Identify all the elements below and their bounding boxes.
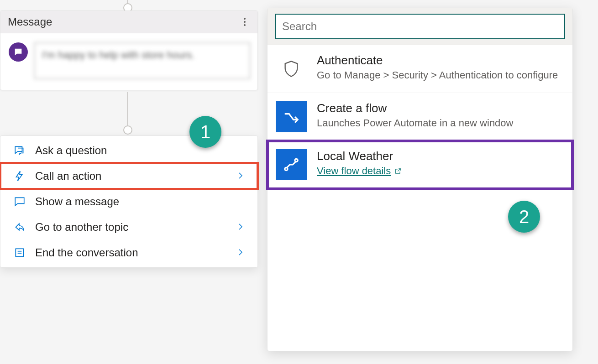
- svg-rect-0: [16, 249, 23, 256]
- chevron-right-icon: [236, 246, 245, 259]
- menu-item-show-message[interactable]: Show a message: [0, 189, 257, 214]
- action-picker-panel: Authenticate Go to Manage > Security > A…: [267, 8, 573, 351]
- flow-icon: [276, 149, 307, 180]
- action-item-create-flow[interactable]: Create a flow Launches Power Automate in…: [268, 93, 572, 141]
- menu-item-label: End the conversation: [35, 246, 227, 259]
- question-icon: [13, 145, 26, 156]
- menu-item-label: Ask a question: [35, 144, 245, 157]
- menu-item-label: Call an action: [35, 170, 227, 182]
- message-icon: [13, 196, 26, 208]
- svg-point-4: [295, 159, 298, 161]
- menu-item-end-conversation[interactable]: End the conversation: [0, 240, 257, 265]
- more-options-icon[interactable]: [239, 16, 250, 27]
- link-label: View flow details: [317, 165, 391, 177]
- chat-bubble-icon: [9, 42, 28, 62]
- menu-item-go-topic[interactable]: Go to another topic: [0, 214, 257, 240]
- redirect-icon: [13, 221, 26, 233]
- shield-icon: [276, 53, 307, 84]
- menu-item-label: Go to another topic: [35, 221, 227, 234]
- message-node-title: Message: [8, 16, 52, 28]
- end-icon: [13, 247, 26, 259]
- menu-item-call-action[interactable]: Call an action: [0, 163, 257, 189]
- add-node-dot[interactable]: [123, 125, 132, 135]
- message-node-header: Message: [0, 11, 257, 33]
- callout-badge-2: 2: [508, 201, 540, 233]
- add-node-menu: Ask a question Call an action Show a mes…: [0, 135, 258, 268]
- view-flow-details-link[interactable]: View flow details: [317, 165, 402, 177]
- action-subtitle: Launches Power Automate in a new window: [317, 117, 513, 129]
- action-item-authenticate[interactable]: Authenticate Go to Manage > Security > A…: [268, 45, 572, 93]
- action-title: Authenticate: [317, 53, 558, 68]
- callout-badge-1: 1: [189, 116, 221, 148]
- action-title: Create a flow: [317, 101, 513, 115]
- lightning-icon: [13, 170, 26, 182]
- action-subtitle: Go to Manage > Security > Authentication…: [317, 69, 558, 81]
- authoring-canvas: Message I'm happy to help with store hou…: [0, 0, 598, 364]
- chevron-right-icon: [236, 221, 245, 234]
- search-input[interactable]: [275, 14, 565, 39]
- message-node-card: Message I'm happy to help with store hou…: [0, 10, 258, 90]
- menu-item-label: Show a message: [35, 195, 245, 208]
- flow-create-icon: [276, 101, 307, 132]
- open-external-icon: [394, 167, 402, 175]
- action-title: Local Weather: [317, 149, 402, 163]
- message-node-body: I'm happy to help with store hours.: [0, 33, 257, 90]
- search-bar-wrap: [268, 8, 572, 45]
- chevron-right-icon: [236, 170, 245, 182]
- menu-item-ask-question[interactable]: Ask a question: [0, 138, 257, 163]
- action-list: Authenticate Go to Manage > Security > A…: [268, 45, 572, 189]
- svg-point-3: [285, 167, 288, 170]
- action-item-local-weather[interactable]: Local Weather View flow details: [268, 141, 572, 189]
- message-text-input[interactable]: I'm happy to help with store hours.: [34, 42, 250, 79]
